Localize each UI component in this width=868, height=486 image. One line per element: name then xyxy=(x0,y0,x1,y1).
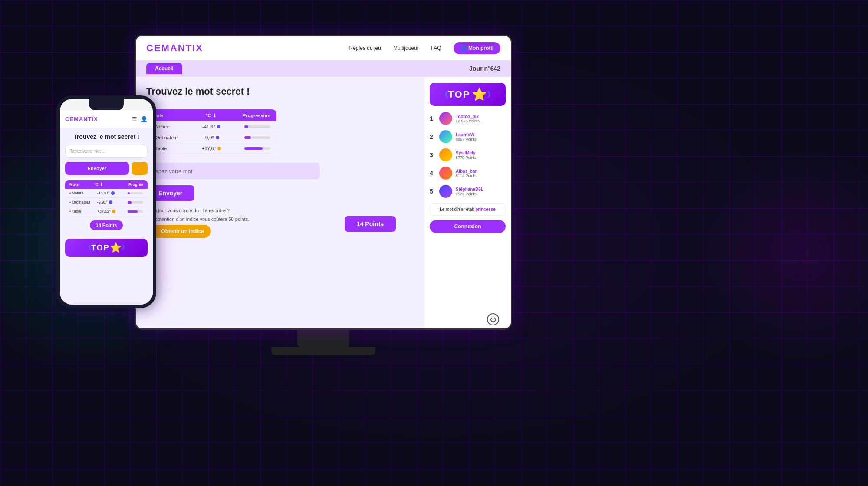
leaderboard-sidebar: 《 TOP ⭐ 》 1 Tootoo_pix 12 565 Points xyxy=(424,77,511,328)
player-5-info: StéphaneD6L 7522 Points xyxy=(456,187,506,196)
table-row: • Ordinateur -9,9° xyxy=(146,132,276,143)
rank-4: 4 xyxy=(430,170,436,177)
monitor-wrapper: CEMANTIX Règles du jeu Multijoueur FAQ 👤… xyxy=(135,35,512,364)
game-input[interactable] xyxy=(152,168,314,174)
nav-rules[interactable]: Règles du jeu xyxy=(349,45,381,51)
player-3-info: SysilMely 8770 Points xyxy=(456,151,506,160)
points-button[interactable]: 14 Points xyxy=(345,216,396,232)
phone-word-cell: • Table xyxy=(69,209,97,213)
leaderboard-item-4: 4 Albas_ban 8114 Points xyxy=(430,167,506,180)
player-4-name: Albas_ban xyxy=(456,169,506,174)
temp-cell: -41,9° xyxy=(192,124,231,129)
leaderboard-item-1: 1 Tootoo_pix 12 565 Points xyxy=(430,112,506,125)
app-nav: Règles du jeu Multijoueur FAQ 👤 Mon prof… xyxy=(349,42,500,54)
user-icon[interactable]: 👤 xyxy=(141,116,148,122)
words-table: Mots °C 🌡 Progression • Nature -41,9° xyxy=(146,109,276,154)
phone-header-icons: ☰ 👤 xyxy=(132,116,148,122)
th-temp: °C 🌡 xyxy=(192,113,231,118)
phone-temp-cell: -15,37° xyxy=(97,191,120,195)
phone-points-badge: 14 Points xyxy=(90,220,123,230)
table-row: • Table +67,6° xyxy=(146,143,276,154)
prog-cell xyxy=(231,136,270,139)
nav-multiplayer[interactable]: Multijoueur xyxy=(393,45,419,51)
phone-star-icon: ⭐ xyxy=(110,242,122,253)
hint-text-2: e : l'obtention d'un indice vous coûtera… xyxy=(146,216,320,223)
app-header: CEMANTIX Règles du jeu Multijoueur FAQ 👤… xyxy=(136,36,511,60)
word-cell: • Ordinateur xyxy=(152,135,192,140)
phone-prog-cell xyxy=(120,201,143,204)
prog-cell xyxy=(231,125,270,128)
game-title: Trouvez le mot secret ! xyxy=(146,85,414,98)
secret-word-box: Le mot d'hier était princesse xyxy=(430,203,506,216)
word-cell: • Nature xyxy=(152,124,192,129)
app-tabbar: Accueil Jour n°642 xyxy=(136,60,511,77)
phone-prog-cell xyxy=(120,192,143,194)
avatar-4 xyxy=(439,167,452,180)
player-4-info: Albas_ban 8114 Points xyxy=(456,169,506,178)
prog-bar-fill xyxy=(244,147,263,150)
phone-frame: CEMANTIX ☰ 👤 Trouvez le mot secret ! Tap… xyxy=(56,95,156,308)
table-header: Mots °C 🌡 Progression xyxy=(146,109,276,122)
hamburger-icon[interactable]: ☰ xyxy=(132,116,137,122)
phone-words-table: Mots °C 🌡 Progrès • Nature -15,37° xyxy=(65,180,148,216)
leaderboard-item-3: 3 SysilMely 8770 Points xyxy=(430,148,506,161)
tab-accueil[interactable]: Accueil xyxy=(146,63,182,74)
phone-notch xyxy=(89,99,124,110)
player-1-name: Tootoo_pix xyxy=(456,114,506,119)
phone-prog-bg xyxy=(128,201,143,204)
game-input-wrapper[interactable] xyxy=(146,163,320,179)
phone-word-cell: • Ordinateur xyxy=(69,200,97,204)
player-5-points: 7522 Points xyxy=(456,192,506,196)
app-screen: CEMANTIX Règles du jeu Multijoueur FAQ 👤… xyxy=(136,36,511,328)
monitor-frame: CEMANTIX Règles du jeu Multijoueur FAQ 👤… xyxy=(135,35,512,330)
wings-left-icon: 《 xyxy=(441,89,448,100)
phone-buttons: Envoyer 🔆 xyxy=(65,162,148,175)
player-3-name: SysilMely xyxy=(456,151,506,155)
player-2-name: LearnVW xyxy=(456,132,506,137)
rank-2: 2 xyxy=(430,133,436,140)
prog-bar-bg xyxy=(244,136,270,139)
wings-right-icon: 》 xyxy=(487,89,495,100)
phone-top5-banner: 《 TOP ⭐ 》 xyxy=(65,239,148,257)
prog-cell xyxy=(231,147,270,150)
connect-button[interactable]: Connexion xyxy=(430,220,506,233)
phone-send-button[interactable]: Envoyer xyxy=(65,162,129,175)
rank-5: 5 xyxy=(430,188,436,195)
profile-button[interactable]: 👤 Mon profil xyxy=(454,42,500,54)
phone-hint-icon-button[interactable]: 🔆 xyxy=(132,162,148,175)
leaderboard-item-5: 5 StéphaneD6L 7522 Points xyxy=(430,185,506,198)
phone-table-header: Mots °C 🌡 Progrès xyxy=(65,180,148,189)
bg-glow-right xyxy=(694,146,868,363)
mobile-phone-wrapper: CEMANTIX ☰ 👤 Trouvez le mot secret ! Tap… xyxy=(56,95,156,325)
star-icon: ⭐ xyxy=(472,87,487,102)
nav-faq[interactable]: FAQ xyxy=(431,45,441,51)
secret-word-label: Le mot d'hier était xyxy=(440,207,475,212)
phone-temp-cell: -9,91° xyxy=(97,200,120,204)
phone-wings-right: 》 xyxy=(122,244,128,252)
phone-prog-fill xyxy=(128,201,132,204)
table-row: • Nature -41,9° xyxy=(146,122,276,132)
player-2-points: 8867 Points xyxy=(456,137,506,141)
phone-screen: CEMANTIX ☰ 👤 Trouvez le mot secret ! Tap… xyxy=(60,110,153,308)
phone-th-mots: Mots xyxy=(69,182,94,187)
rank-1: 1 xyxy=(430,115,436,122)
leaderboard-item-2: 2 LearnVW 8867 Points xyxy=(430,130,506,143)
phone-top5-label: TOP xyxy=(91,243,110,253)
phone-wings-left: 《 xyxy=(85,244,91,252)
prog-bar-bg xyxy=(244,147,270,150)
power-icon: ⏻ xyxy=(487,313,499,325)
day-number: Jour n°642 xyxy=(469,65,500,72)
avatar-2 xyxy=(439,130,452,143)
temp-cell: -9,9° xyxy=(192,135,231,140)
phone-input-wrapper[interactable]: Tapez votre mot ... xyxy=(65,145,148,158)
phone-temp-dot xyxy=(111,191,115,195)
phone-prog-fill xyxy=(128,210,138,213)
phone-prog-bg xyxy=(128,210,143,213)
phone-temp-dot-yellow xyxy=(112,210,115,213)
player-1-points: 12 565 Points xyxy=(456,119,506,123)
phone-game: Trouvez le mot secret ! Tapez votre mot … xyxy=(60,128,153,239)
top5-label: TOP xyxy=(448,89,470,100)
temp-dot-blue xyxy=(216,136,219,139)
prog-bar-fill xyxy=(244,125,248,128)
th-prog: Progression xyxy=(231,113,270,118)
